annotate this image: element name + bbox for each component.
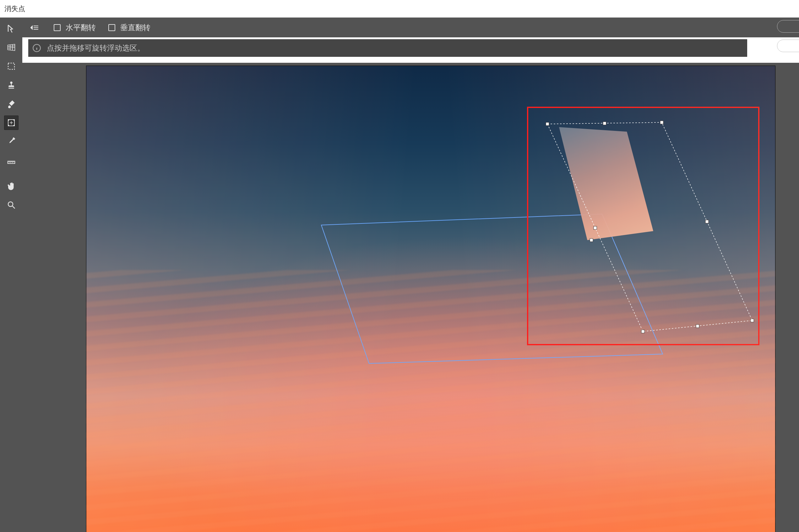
- eyedropper-tool[interactable]: [4, 134, 19, 149]
- hint-text: 点按并拖移可旋转浮动选区。: [47, 43, 145, 53]
- svg-marker-5: [547, 122, 752, 331]
- hand-tool[interactable]: [4, 179, 19, 193]
- marquee-tool[interactable]: [4, 59, 19, 73]
- stage[interactable]: [22, 63, 799, 532]
- panel-menu-button[interactable]: [28, 23, 41, 33]
- transform-selection[interactable]: [86, 66, 775, 532]
- stamp-tool[interactable]: [4, 78, 19, 92]
- transform-handle[interactable]: [641, 330, 645, 333]
- canvas-image: [86, 270, 775, 532]
- svg-point-2: [8, 202, 13, 207]
- toolbar: [0, 18, 22, 532]
- options-bar: 水平翻转 垂直翻转: [22, 18, 799, 37]
- floating-selection-patch[interactable]: [559, 127, 653, 240]
- perspective-plane[interactable]: [86, 66, 775, 532]
- canvas[interactable]: [86, 66, 775, 532]
- annotation-highlight-rect: [527, 107, 759, 345]
- transform-handle[interactable]: [696, 325, 699, 328]
- window-title-bar: 消失点: [0, 0, 799, 18]
- svg-rect-0: [8, 63, 15, 69]
- ok-button[interactable]: 确: [777, 20, 799, 33]
- hint-bar: 点按并拖移可旋转浮动选区。: [28, 39, 747, 57]
- transform-handle[interactable]: [546, 122, 549, 126]
- svg-marker-4: [321, 214, 663, 363]
- dialog-buttons: 确 复: [777, 20, 799, 52]
- transform-handle[interactable]: [705, 220, 709, 223]
- flip-horizontal-checkbox[interactable]: 水平翻转: [54, 23, 96, 33]
- transform-handle[interactable]: [590, 239, 593, 242]
- transform-handle[interactable]: [660, 121, 663, 124]
- transform-handle[interactable]: [594, 226, 597, 229]
- window-title: 消失点: [4, 4, 25, 14]
- transform-handle[interactable]: [603, 122, 606, 125]
- checkbox-box: [54, 24, 61, 31]
- checkbox-box: [108, 24, 115, 31]
- transform-tool[interactable]: [4, 115, 19, 130]
- info-icon: [32, 44, 41, 52]
- measure-tool[interactable]: [4, 153, 19, 168]
- create-plane-tool[interactable]: [4, 40, 19, 55]
- cancel-button[interactable]: 复: [777, 40, 799, 52]
- edit-plane-tool[interactable]: [4, 21, 19, 36]
- flip-vertical-label: 垂直翻转: [120, 23, 150, 33]
- transform-handle[interactable]: [751, 319, 754, 322]
- flip-horizontal-label: 水平翻转: [66, 23, 96, 33]
- flip-vertical-checkbox[interactable]: 垂直翻转: [108, 23, 150, 33]
- brush-tool[interactable]: [4, 97, 19, 111]
- zoom-tool[interactable]: [4, 198, 19, 212]
